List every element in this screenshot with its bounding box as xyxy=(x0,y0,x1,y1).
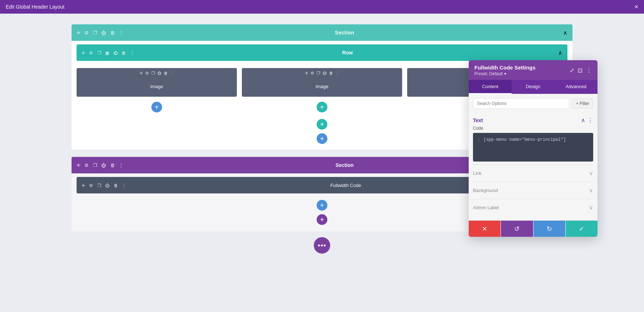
filter-button[interactable]: + Filter xyxy=(572,99,593,109)
more-icon[interactable]: ⋮ xyxy=(119,30,123,35)
add-icon[interactable]: ✛ xyxy=(77,163,80,168)
code-content: [spp-menu name="menu-principal"] xyxy=(483,137,566,142)
settings-header-icons: ⤢ ⊡ ⋮ xyxy=(570,67,592,74)
settings-panel-preset[interactable]: Preset: Default ▾ xyxy=(474,71,536,76)
cancel-button[interactable]: ✕ xyxy=(469,221,501,237)
settings-panel-header: Fullwidth Code Settings Preset: Default … xyxy=(469,60,597,80)
gear-icon[interactable]: ⚙ xyxy=(89,51,93,56)
text-section-title: Text xyxy=(473,117,483,123)
admin-label-title: Admin Label xyxy=(473,205,499,210)
more-icon[interactable]: ⋮ xyxy=(122,183,126,188)
tab-content[interactable]: Content xyxy=(469,80,512,94)
add-section-btn-2[interactable]: + xyxy=(317,214,327,225)
module-1-icons: ✛ ⚙ ❐ ⏻ 🗑 ⋮ xyxy=(77,71,237,76)
trash-icon[interactable]: 🗑 xyxy=(110,30,115,35)
more-icon[interactable]: ⋮ xyxy=(130,51,135,56)
text-accordion: Text ∧ ⋮ Code 1[spp-menu name="menu-prin… xyxy=(473,113,593,162)
add-icon[interactable]: ✛ xyxy=(140,71,143,76)
module-1-label: Image xyxy=(150,84,163,89)
background-section[interactable]: Background ∨ xyxy=(473,182,593,199)
section-1-icons: ✛ ⚙ ❐ ⏻ 🗑 ⋮ xyxy=(77,29,126,36)
power-icon[interactable]: ⏻ xyxy=(323,71,327,76)
more-icon[interactable]: ⋮ xyxy=(336,71,340,76)
expand-icon[interactable]: ⤢ xyxy=(570,67,574,74)
trash-icon[interactable]: 🗑 xyxy=(114,183,118,188)
code-editor[interactable]: 1[spp-menu name="menu-principal"] xyxy=(473,133,593,162)
background-section-title: Background xyxy=(473,188,498,193)
module-card-image-1: ✛ ⚙ ❐ ⏻ 🗑 ⋮ Image xyxy=(77,68,237,97)
add-module-btn-2[interactable]: + xyxy=(317,102,327,112)
gear-icon[interactable]: ⚙ xyxy=(89,183,93,188)
module-card-image-2: ✛ ⚙ ❐ ⏻ 🗑 ⋮ Image xyxy=(242,68,402,97)
row-chevron[interactable]: ∧ xyxy=(558,49,562,56)
more-icon[interactable]: ⋮ xyxy=(170,71,174,76)
gear-icon[interactable]: ⚙ xyxy=(145,71,149,76)
gear-icon[interactable]: ⚙ xyxy=(84,30,89,35)
gear-icon[interactable]: ⚙ xyxy=(311,71,314,76)
row-header: ✛ ⚙ ❐ ▦ ⏻ 🗑 ⋮ Row ∧ xyxy=(77,44,567,61)
gear-icon[interactable]: ⚙ xyxy=(84,163,89,168)
add-icon[interactable]: ✛ xyxy=(82,51,85,56)
add-icon[interactable]: ✛ xyxy=(305,71,308,76)
tab-design[interactable]: Design xyxy=(512,80,555,94)
trash-icon[interactable]: 🗑 xyxy=(329,71,333,76)
row-icons: ✛ ⚙ ❐ ▦ ⏻ 🗑 ⋮ xyxy=(82,49,137,56)
copy-icon[interactable]: ❐ xyxy=(97,51,101,56)
link-section[interactable]: Link ∨ xyxy=(473,164,593,182)
layout-icon[interactable]: ⊡ xyxy=(578,67,582,74)
section-2-icons: ✛ ⚙ ❐ ⏻ 🗑 ⋮ xyxy=(77,162,126,168)
copy-icon[interactable]: ❐ xyxy=(317,71,320,76)
redo-button[interactable]: ↻ xyxy=(533,221,565,237)
trash-icon[interactable]: 🗑 xyxy=(122,51,126,56)
add-icon[interactable]: ✛ xyxy=(77,30,80,35)
confirm-button[interactable]: ✓ xyxy=(566,221,597,237)
line-number: 1 xyxy=(477,137,480,142)
row-label: Row xyxy=(137,50,558,56)
settings-panel-title: Fullwidth Code Settings xyxy=(474,64,536,71)
add-icon[interactable]: ✛ xyxy=(82,183,85,188)
code-label: Code xyxy=(473,126,593,131)
power-icon[interactable]: ⏻ xyxy=(101,163,106,168)
tab-advanced[interactable]: Advanced xyxy=(555,80,597,94)
search-input[interactable] xyxy=(473,98,569,109)
module-2-icons: ✛ ⚙ ❐ ⏻ 🗑 ⋮ xyxy=(242,71,402,76)
trash-icon[interactable]: 🗑 xyxy=(164,71,168,76)
fullwidth-icons: ✛ ⚙ ❐ ⏻ 🗑 ⋮ xyxy=(82,182,129,188)
copy-icon[interactable]: ❐ xyxy=(93,30,97,35)
text-accordion-header: Text ∧ ⋮ xyxy=(473,113,593,126)
power-icon[interactable]: ⏻ xyxy=(101,30,106,35)
copy-icon[interactable]: ❐ xyxy=(151,71,155,76)
module-2-label: Image xyxy=(316,84,328,89)
action-bar: ✕ ↺ ↻ ✓ xyxy=(469,220,597,237)
add-module-btn-1[interactable]: + xyxy=(151,102,162,112)
settings-tabs: Content Design Advanced xyxy=(469,80,597,94)
section-1-chevron[interactable]: ∧ xyxy=(563,29,567,36)
collapse-icon[interactable]: ∧ xyxy=(581,117,585,124)
settings-panel: Fullwidth Code Settings Preset: Default … xyxy=(469,60,597,237)
power-icon[interactable]: ⏻ xyxy=(105,183,109,188)
power-icon[interactable]: ⏻ xyxy=(113,51,118,56)
close-button[interactable]: × xyxy=(634,4,638,10)
text-section-icons: ∧ ⋮ xyxy=(581,117,593,124)
plus-cell-2: + xyxy=(242,102,402,115)
add-section-btn-1[interactable]: + xyxy=(317,133,327,144)
title-bar: Edit Global Header Layout × xyxy=(0,0,644,14)
admin-label-chevron: ∨ xyxy=(589,204,593,211)
link-chevron: ∨ xyxy=(589,170,593,177)
search-filter-row: + Filter xyxy=(473,98,593,109)
link-section-title: Link xyxy=(473,171,482,176)
add-fullwidth-btn[interactable]: + xyxy=(317,200,327,211)
grid-icon[interactable]: ▦ xyxy=(105,51,109,56)
more-icon[interactable]: ⋮ xyxy=(587,117,593,124)
copy-icon[interactable]: ❐ xyxy=(97,183,101,188)
undo-button[interactable]: ↺ xyxy=(501,221,533,237)
more-options-icon[interactable]: ⋮ xyxy=(586,67,592,74)
bottom-dots-btn[interactable]: ••• xyxy=(314,237,330,254)
background-chevron: ∨ xyxy=(589,187,593,194)
more-icon[interactable]: ⋮ xyxy=(119,163,123,168)
power-icon[interactable]: ⏻ xyxy=(157,71,161,76)
admin-label-section[interactable]: Admin Label ∨ xyxy=(473,199,593,216)
copy-icon[interactable]: ❐ xyxy=(93,163,97,168)
trash-icon[interactable]: 🗑 xyxy=(110,163,115,168)
add-row-btn[interactable]: + xyxy=(317,119,327,130)
